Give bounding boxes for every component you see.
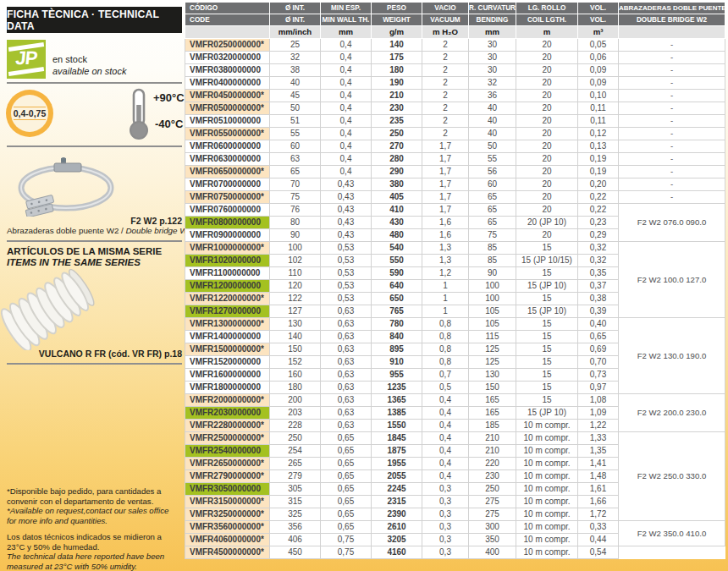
table-row: VMFR0320000000320,4175230200,06- — [185, 52, 725, 64]
cell-vacuum: 0,8 — [422, 343, 469, 356]
cell-vacuum: 2 — [422, 90, 469, 102]
cell-code: VMFR0900000000 — [185, 229, 270, 242]
thermometer-icon — [127, 88, 151, 144]
cell-weight: 540 — [372, 242, 422, 255]
col-header-peso: PESO — [372, 3, 422, 14]
cell-coil-length: 15 — [516, 356, 578, 369]
cell-min-wall: 0,63 — [321, 343, 372, 356]
cell-coil-length: 20 — [516, 229, 578, 242]
divider — [7, 145, 182, 147]
cell-coil-length: 10 m compr. — [516, 508, 578, 521]
cell-coil-length: 20 — [516, 166, 578, 178]
cell-min-wall: 0,65 — [321, 458, 372, 470]
cell-bending: 220 — [469, 458, 516, 470]
cell-coil-length: 15 — [516, 318, 578, 331]
cell-vacuum: 1,6 — [422, 217, 469, 229]
cell-vacuum: 0,8 — [422, 318, 469, 331]
cell-vacuum: 1 — [422, 293, 469, 305]
cell-d-int: 150 — [270, 343, 321, 356]
cell-code: VMFR1500000000* — [185, 343, 270, 356]
col-header-min-esp: MIN ESP. — [321, 3, 372, 14]
cell-weight: 140 — [372, 39, 422, 52]
table-row: VMFR0500000000*500,4230240200,11- — [185, 102, 725, 115]
cell-weight: 190 — [372, 77, 422, 90]
cell-weight: 840 — [372, 331, 422, 343]
cell-code: VMFR2540000000 — [185, 445, 270, 458]
cell-coil-length: 10 m compr. — [516, 470, 578, 483]
cell-d-int: 110 — [270, 267, 321, 280]
cell-min-wall: 0,43 — [321, 217, 372, 229]
cell-coil-length: 20 — [516, 77, 578, 90]
cell-weight: 290 — [372, 166, 422, 178]
cell-min-wall: 0,43 — [321, 229, 372, 242]
cell-weight: 480 — [372, 229, 422, 242]
cell-min-wall: 0,4 — [321, 128, 372, 140]
cell-code: VMFR1270000000 — [185, 305, 270, 318]
cell-coil-length: 20 — [516, 128, 578, 140]
cell-vol: 0,39 — [578, 305, 619, 318]
footnotes: *Disponible bajo pedido, para cantidades… — [7, 486, 178, 571]
cell-vacuum: 1,7 — [422, 140, 469, 153]
cell-bending: 100 — [469, 280, 516, 293]
cell-min-wall: 0,65 — [321, 470, 372, 483]
cell-code: VMFR1300000000* — [185, 318, 270, 331]
cell-min-wall: 0,65 — [321, 432, 372, 445]
cell-w2-clamp: - — [619, 77, 725, 90]
cell-bending: 185 — [469, 420, 516, 432]
cell-min-wall: 0,4 — [321, 153, 372, 166]
hose-image — [0, 269, 100, 354]
cell-weight: 1845 — [372, 432, 422, 445]
cell-code: VMFR0600000000 — [185, 140, 270, 153]
cell-coil-length: 10 m compr. — [516, 546, 578, 559]
cell-d-int: 40 — [270, 77, 321, 90]
cell-weight: 250 — [372, 128, 422, 140]
cell-code: VMFR3050000000 — [185, 483, 270, 496]
cell-code: VMFR1800000000 — [185, 382, 270, 394]
cell-vol: 0,22 — [578, 191, 619, 204]
cell-vol: 0,11 — [578, 115, 619, 128]
cell-min-wall: 0,75 — [321, 546, 372, 559]
cell-vol: 0,54 — [578, 546, 619, 559]
cell-coil-length: 15 (JP 10/15) — [516, 255, 578, 267]
cell-min-wall: 0,53 — [321, 293, 372, 305]
cell-d-int: 102 — [270, 255, 321, 267]
cell-weight: 640 — [372, 280, 422, 293]
col-subheader-bending: BENDING — [469, 14, 516, 26]
unit-code — [185, 26, 270, 39]
cell-coil-length: 20 — [516, 39, 578, 52]
cell-bending: 55 — [469, 153, 516, 166]
cell-bending: 230 — [469, 470, 516, 483]
cell-d-int: 51 — [270, 115, 321, 128]
table-row: VMFR0760000000760,434101,765200,22F2 W2 … — [185, 204, 725, 217]
cell-bending: 40 — [469, 128, 516, 140]
cell-code: VMFR0550000000* — [185, 128, 270, 140]
cell-d-int: 76 — [270, 204, 321, 217]
cell-w2-clamp: - — [619, 153, 725, 166]
cell-w2-clamp: - — [619, 52, 725, 64]
cell-vol: 0,97 — [578, 382, 619, 394]
cell-vacuum: 2 — [422, 102, 469, 115]
cell-d-int: 152 — [270, 356, 321, 369]
cell-vacuum: 1,7 — [422, 166, 469, 178]
cell-vacuum: 1,3 — [422, 255, 469, 267]
cell-min-wall: 0,63 — [321, 331, 372, 343]
cell-min-wall: 0,63 — [321, 356, 372, 369]
col-header-codigo: CÓDIGO — [185, 3, 270, 14]
cell-code: VMFR4500000000* — [185, 546, 270, 559]
cell-code: VMFR3560000000* — [185, 521, 270, 534]
cell-vol: 0,19 — [578, 153, 619, 166]
cell-vol: 1,08 — [578, 394, 619, 407]
col-subheader-vol: VOL. — [578, 14, 619, 26]
cell-vol: 1,09 — [578, 407, 619, 420]
unit-vacuum: m H₂O — [422, 26, 469, 39]
table-row: VMFR0630000000630,42801,755200,19- — [185, 153, 725, 166]
cell-vol: 1,35 — [578, 445, 619, 458]
cell-d-int: 315 — [270, 496, 321, 508]
cell-coil-length: 20 — [516, 52, 578, 64]
cell-d-int: 90 — [270, 229, 321, 242]
cell-weight: 270 — [372, 140, 422, 153]
cell-d-int: 180 — [270, 382, 321, 394]
cell-code: VMFR2000000000* — [185, 394, 270, 407]
col-subheader-bridge: DOUBLE BRIDGE W2 — [619, 14, 725, 26]
cell-weight: 4160 — [372, 546, 422, 559]
